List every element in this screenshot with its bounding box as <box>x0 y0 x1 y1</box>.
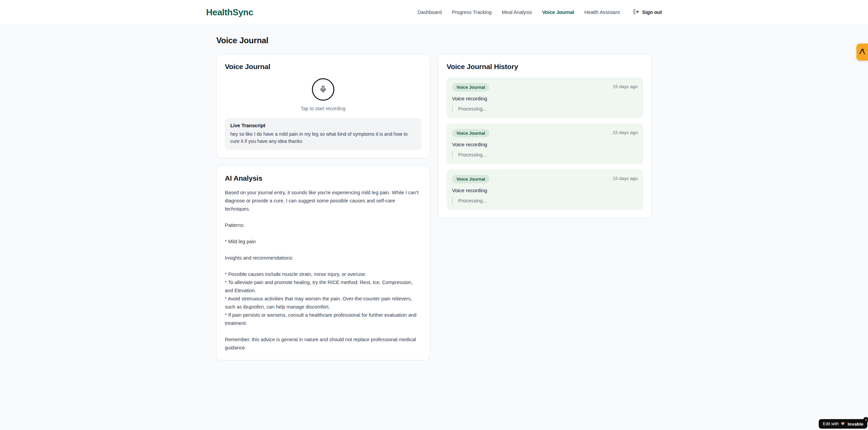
history-item[interactable]: Voice Journal 15 days ago Voice recordin… <box>447 78 643 118</box>
record-button[interactable] <box>312 78 334 101</box>
left-column: Voice Journal Tap to start recording <box>216 54 430 360</box>
history-item-text: Voice recording <box>452 142 638 147</box>
nav-item-health-assistant[interactable]: Health Assistant <box>584 10 620 15</box>
history-item-head: Voice Journal 15 days ago <box>452 129 638 137</box>
main-nav: Dashboard Progress Tracking Meal Analysi… <box>418 9 662 16</box>
history-item[interactable]: Voice Journal 15 days ago Voice recordin… <box>447 169 643 210</box>
history-item-text: Voice recording <box>452 187 638 193</box>
logout-icon <box>633 9 639 16</box>
edit-with-label: Edit with <box>823 421 839 426</box>
app-logo[interactable]: HealthSync <box>206 7 253 18</box>
history-item-head: Voice Journal 15 days ago <box>452 175 638 183</box>
recorder-area: Tap to start recording <box>225 78 421 111</box>
history-item-status: Processing... <box>452 105 638 113</box>
tap-to-record-hint: Tap to start recording <box>225 106 421 111</box>
history-item-time: 15 days ago <box>613 83 638 89</box>
history-item-head: Voice Journal 15 days ago <box>452 83 638 92</box>
lovable-launcher-badge[interactable] <box>856 44 868 61</box>
app-header: HealthSync Dashboard Progress Tracking M… <box>0 0 868 25</box>
lovable-launcher-icon <box>858 48 866 56</box>
voice-recorder-card: Voice Journal Tap to start recording <box>216 54 430 158</box>
history-list: Voice Journal 15 days ago Voice recordin… <box>447 78 643 210</box>
history-item-time: 15 days ago <box>613 129 638 135</box>
sign-out-label: Sign out <box>642 10 662 15</box>
nav-item-progress-tracking[interactable]: Progress Tracking <box>452 10 491 15</box>
history-item-badge: Voice Journal <box>452 83 489 92</box>
heart-icon <box>841 421 846 427</box>
edit-with-lovable-badge[interactable]: Edit with lovable × <box>819 419 867 429</box>
nav-item-voice-journal[interactable]: Voice Journal <box>542 10 574 15</box>
lovable-brand-label: lovable <box>848 421 863 427</box>
nav-item-dashboard[interactable]: Dashboard <box>418 10 442 15</box>
history-item-badge: Voice Journal <box>452 175 489 183</box>
ai-analysis-body: Based on your journal entry, it sounds l… <box>225 188 421 352</box>
ai-analysis-title: AI Analysis <box>225 174 421 182</box>
header-inner: HealthSync Dashboard Progress Tracking M… <box>206 0 662 24</box>
live-transcript-text: hey so like I do have a mild pain in my … <box>230 131 416 145</box>
ai-analysis-card: AI Analysis Based on your journal entry,… <box>216 166 430 360</box>
history-card-title: Voice Journal History <box>447 63 643 71</box>
live-transcript-title: Live Transcript <box>230 123 416 128</box>
history-item[interactable]: Voice Journal 15 days ago Voice recordin… <box>447 123 643 164</box>
recorder-card-title: Voice Journal <box>225 63 421 71</box>
sign-out-button[interactable]: Sign out <box>633 9 662 16</box>
history-item-badge: Voice Journal <box>452 129 489 137</box>
page-title: Voice Journal <box>216 36 652 45</box>
microphone-icon <box>319 85 327 94</box>
history-item-text: Voice recording <box>452 96 638 101</box>
history-item-status: Processing... <box>452 151 638 159</box>
live-transcript-box: Live Transcript hey so like I do have a … <box>225 118 421 150</box>
main-content: Voice Journal Voice Journal <box>216 25 652 360</box>
right-column: Voice Journal History Voice Journal 15 d… <box>438 54 652 218</box>
history-item-time: 15 days ago <box>613 175 638 181</box>
nav-item-meal-analysis[interactable]: Meal Analysis <box>502 10 532 15</box>
voice-journal-history-card: Voice Journal History Voice Journal 15 d… <box>438 54 652 218</box>
history-item-status: Processing... <box>452 197 638 204</box>
content-grid: Voice Journal Tap to start recording <box>216 54 652 360</box>
close-icon[interactable]: × <box>863 417 868 423</box>
